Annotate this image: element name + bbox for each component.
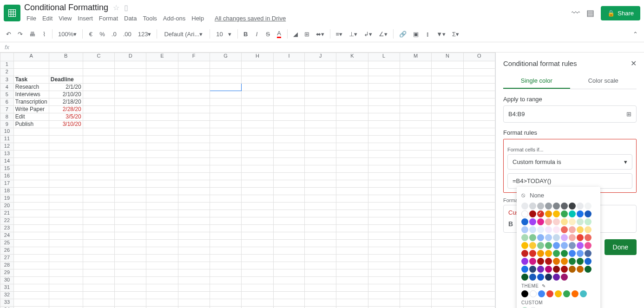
cell[interactable] — [146, 143, 178, 151]
color-swatch[interactable] — [545, 203, 552, 210]
cell[interactable] — [115, 121, 146, 128]
cell[interactable]: Task — [13, 76, 49, 84]
color-swatch[interactable] — [553, 234, 560, 241]
cell[interactable] — [305, 225, 336, 232]
cell[interactable] — [210, 240, 241, 247]
cell[interactable] — [336, 180, 368, 188]
cell[interactable] — [432, 143, 463, 151]
cell[interactable] — [49, 262, 83, 269]
cell[interactable] — [13, 269, 49, 277]
color-swatch[interactable] — [585, 258, 591, 265]
color-swatch[interactable] — [569, 242, 576, 249]
undo-icon[interactable]: ↶ — [4, 29, 13, 39]
formula-bar[interactable]: fx — [0, 42, 644, 52]
filter-icon[interactable]: ▼▾ — [434, 29, 448, 39]
cell[interactable] — [210, 61, 241, 69]
cell[interactable]: Publish — [13, 121, 49, 128]
theme-swatch[interactable] — [580, 290, 587, 297]
color-swatch[interactable] — [521, 242, 528, 249]
cell[interactable] — [432, 188, 463, 195]
paint-format-icon[interactable]: ⌇ — [39, 29, 49, 39]
cell[interactable] — [242, 136, 273, 143]
cell[interactable] — [463, 106, 495, 113]
cell[interactable]: 3/5/20 — [49, 113, 83, 121]
color-swatch[interactable] — [529, 274, 536, 281]
cell[interactable] — [13, 165, 49, 173]
cell[interactable] — [83, 113, 114, 121]
cell[interactable] — [178, 180, 210, 188]
color-swatch[interactable] — [537, 266, 544, 273]
cell[interactable] — [336, 61, 368, 69]
cell[interactable] — [146, 98, 178, 106]
color-swatch[interactable] — [561, 250, 568, 257]
more-formats-icon[interactable]: 123▾ — [136, 29, 154, 39]
cell[interactable] — [400, 84, 431, 91]
link-icon[interactable]: 🔗 — [397, 29, 409, 39]
color-swatch[interactable] — [585, 234, 591, 241]
cell[interactable] — [146, 232, 178, 240]
cell[interactable] — [336, 210, 368, 217]
cell[interactable] — [13, 262, 49, 269]
cell[interactable] — [305, 128, 336, 136]
cell[interactable] — [368, 262, 400, 269]
theme-swatch[interactable] — [538, 290, 545, 297]
cell[interactable] — [83, 151, 114, 158]
color-swatch[interactable] — [561, 234, 568, 241]
cell[interactable] — [305, 292, 336, 299]
cell[interactable] — [146, 113, 178, 121]
cell[interactable] — [146, 255, 178, 262]
row-header[interactable]: 8 — [0, 113, 14, 121]
cell[interactable] — [336, 84, 368, 91]
cell[interactable] — [49, 269, 83, 277]
font-size-select[interactable]: 10 ▾ — [213, 30, 234, 39]
cell[interactable] — [83, 69, 114, 76]
cell[interactable] — [273, 225, 305, 232]
cell[interactable] — [242, 113, 273, 121]
cell[interactable] — [210, 173, 241, 180]
cell[interactable] — [432, 240, 463, 247]
cell[interactable] — [83, 76, 114, 84]
color-swatch[interactable] — [577, 258, 584, 265]
cell[interactable] — [305, 269, 336, 277]
color-swatch[interactable] — [577, 234, 584, 241]
cell[interactable] — [273, 106, 305, 113]
cell[interactable] — [305, 98, 336, 106]
cell[interactable] — [432, 121, 463, 128]
cell[interactable] — [83, 84, 114, 91]
cell[interactable] — [146, 210, 178, 217]
cell[interactable] — [400, 203, 431, 210]
cell[interactable] — [178, 195, 210, 203]
cell[interactable] — [368, 292, 400, 299]
cell[interactable] — [273, 84, 305, 91]
cell[interactable] — [305, 299, 336, 307]
cell[interactable] — [305, 61, 336, 69]
row-header[interactable]: 17 — [0, 180, 14, 188]
edit-theme-icon[interactable]: ✎ — [542, 283, 546, 288]
cell[interactable] — [178, 269, 210, 277]
cell[interactable] — [210, 203, 241, 210]
cell[interactable] — [13, 247, 49, 255]
cell[interactable] — [210, 284, 241, 292]
cell[interactable] — [400, 210, 431, 217]
cell[interactable] — [178, 247, 210, 255]
cell[interactable] — [273, 98, 305, 106]
cell[interactable] — [273, 292, 305, 299]
cell[interactable] — [463, 113, 495, 121]
cell[interactable] — [242, 69, 273, 76]
color-swatch[interactable] — [561, 242, 568, 249]
comment-icon[interactable]: ▤ — [586, 8, 594, 18]
cell[interactable] — [273, 151, 305, 158]
cell[interactable] — [242, 158, 273, 165]
color-swatch[interactable] — [569, 218, 576, 225]
cell[interactable] — [210, 128, 241, 136]
cell[interactable] — [13, 277, 49, 284]
cell[interactable] — [242, 292, 273, 299]
cell[interactable] — [242, 121, 273, 128]
cell[interactable] — [463, 98, 495, 106]
cell[interactable] — [49, 277, 83, 284]
cell[interactable] — [368, 203, 400, 210]
cell[interactable] — [115, 61, 146, 69]
cell[interactable] — [242, 307, 273, 308]
cell[interactable] — [242, 195, 273, 203]
cell[interactable] — [115, 143, 146, 151]
